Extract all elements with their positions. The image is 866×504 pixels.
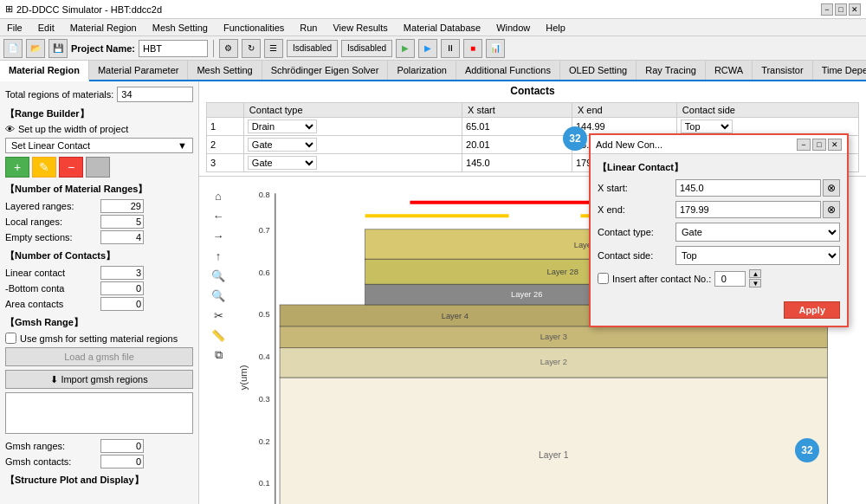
dialog-x-start-clear-btn[interactable]: ⊗ [823,179,840,197]
dialog-insert-label: Insert after contact No.: [612,274,711,284]
layered-ranges-input[interactable] [100,199,144,213]
dialog-minimize-btn[interactable]: − [797,139,811,151]
tab-transistor[interactable]: Transistor [753,61,813,80]
nav-home-icon[interactable]: ⌂ [210,187,227,204]
toolbar-save-btn[interactable]: 💾 [48,39,68,58]
nav-right-icon[interactable]: → [210,227,227,244]
nav-layers-icon[interactable]: ⧉ [210,346,227,364]
menu-material-database[interactable]: Material Database [400,23,484,33]
col-x-end: X end [572,103,676,118]
contact-type-cell: Drain Gate Source Ohmic [243,154,462,172]
dialog-contact-type-select[interactable]: Drain Gate Source Ohmic [675,223,840,242]
set-linear-contact[interactable]: Set Linear Contact ▼ [5,138,193,153]
local-ranges-input[interactable] [100,215,144,229]
linear-contact-input[interactable] [100,266,144,280]
insert-up-btn[interactable]: ▲ [749,269,761,278]
tab-schrodinger[interactable]: Schrödinger Eigen Solver [262,61,389,80]
contact-type-select[interactable]: Drain Gate Source Ohmic [248,156,317,170]
contact-type-select[interactable]: Drain Gate Source Ohmic [248,120,317,133]
use-gmsh-label: Use gmsh for setting material regions [20,333,178,344]
tab-material-region[interactable]: Material Region [0,61,89,81]
gmsh-text-area[interactable] [5,392,193,434]
menu-window[interactable]: Window [493,23,533,33]
menu-material-region[interactable]: Material Region [67,23,140,33]
toolbar-play2-btn[interactable]: ▶ [418,39,437,58]
tab-material-parameter[interactable]: Material Parameter [89,61,189,80]
contact-side-select[interactable]: Top Bottom Left Right [681,120,733,133]
svg-text:0.8: 0.8 [259,191,270,199]
dialog-x-end-input[interactable] [675,201,821,218]
window-title: 2D-DDCC Simulator - HBT:ddcc2d [16,4,162,15]
bottom-contact-input[interactable] [100,281,144,295]
gmsh-ranges-label: Gmsh ranges: [5,441,100,451]
edit-contact-btn[interactable]: ✎ [32,157,56,178]
add-contact-btn[interactable]: + [5,157,29,178]
dialog-maximize-btn[interactable]: □ [812,139,826,151]
maximize-btn[interactable]: □ [835,3,847,16]
remove-contact-btn[interactable]: − [59,157,83,178]
extra-btn[interactable] [86,157,110,178]
toolbar-stop-btn[interactable]: ■ [463,39,482,58]
tab-additional-functions[interactable]: Additional Functions [456,61,560,80]
load-gmsh-btn[interactable]: Load a gmsh file [5,347,193,366]
dialog-contact-side-select[interactable]: Top Bottom Left Right [675,246,840,265]
range-builder-header: 【Range Builder】 [5,107,193,120]
toolbar-new-btn[interactable]: 📄 [3,39,23,58]
menu-help[interactable]: Help [542,23,569,33]
insert-down-btn[interactable]: ▼ [749,279,761,288]
dialog-x-end-clear-btn[interactable]: ⊗ [823,201,840,218]
set-linear-chevron: ▼ [178,140,187,151]
toolbar-list-btn[interactable]: ☰ [264,39,283,58]
menu-edit[interactable]: Edit [35,23,58,33]
total-regions-input[interactable] [117,87,193,102]
dialog-insert-checkbox[interactable] [598,273,609,284]
num-material-ranges-header: 【Number of Material Ranges】 [5,183,193,196]
toolbar-open-btn[interactable]: 📂 [26,39,45,58]
nav-up-icon[interactable]: ↑ [210,247,227,264]
menu-mesh-setting[interactable]: Mesh Setting [149,23,211,33]
toolbar-chart-btn[interactable]: 📊 [486,39,505,58]
dialog-close-btn[interactable]: ✕ [828,139,842,151]
menu-run[interactable]: Run [296,23,320,33]
dialog-contact-type-label: Contact type: [598,227,675,237]
tab-ray-tracing[interactable]: Ray Tracing [637,61,706,80]
nav-zoom-out-icon[interactable]: 🔍 [210,287,227,304]
gmsh-ranges-input[interactable] [100,439,144,453]
menu-functionalities[interactable]: Functionalities [220,23,288,33]
tab-time-dependent[interactable]: Time Dependent Module [813,61,866,80]
tab-mesh-setting[interactable]: Mesh Setting [188,61,262,80]
minimize-btn[interactable]: − [821,3,833,16]
toolbar-play-btn[interactable]: ▶ [396,39,415,58]
dialog-insert-input[interactable] [714,271,746,287]
toolbar-disabled1-btn[interactable]: Isdisabled [287,40,338,57]
nav-left-icon[interactable]: ← [210,207,227,224]
tab-polarization[interactable]: Polarization [388,61,456,80]
contact-type-select[interactable]: Drain Gate Source Ohmic [248,138,317,152]
close-btn[interactable]: ✕ [849,3,861,16]
use-gmsh-checkbox[interactable] [5,333,16,344]
gmsh-contacts-input[interactable] [100,455,144,468]
toolbar-disabled2-btn[interactable]: Isdisabled [341,40,392,57]
nav-zoom-in-icon[interactable]: 🔍 [210,267,227,284]
import-gmsh-btn[interactable]: ⬇ Import gmsh regions [5,370,193,389]
contact-num: 1 [207,118,244,136]
dialog-x-start-input[interactable] [675,179,821,197]
nav-select-icon[interactable]: ✂ [210,307,227,324]
tab-rcwa[interactable]: RCWA [706,61,753,80]
dialog-x-start-label: X start: [598,183,675,193]
menu-view-results[interactable]: View Results [329,23,391,33]
contact-x-start: 145.0 [462,154,572,172]
tab-oled[interactable]: OLED Setting [560,61,637,80]
bottom-contact-row: -Bottom conta [5,281,193,295]
toolbar-gear-btn[interactable]: ⚙ [219,39,238,58]
toolbar-pause-btn[interactable]: ⏸ [441,39,460,58]
menu-file[interactable]: File [3,23,26,33]
main-layout: Total regions of materials: 【Range Build… [0,81,866,504]
nav-ruler-icon[interactable]: 📏 [210,326,227,344]
project-name-input[interactable] [139,40,208,57]
apply-btn[interactable]: Apply [784,301,840,319]
area-contacts-input[interactable] [100,297,144,311]
layered-ranges-label: Layered ranges: [5,201,100,211]
empty-sections-input[interactable] [100,230,144,244]
toolbar-refresh-btn[interactable]: ↻ [242,39,261,58]
